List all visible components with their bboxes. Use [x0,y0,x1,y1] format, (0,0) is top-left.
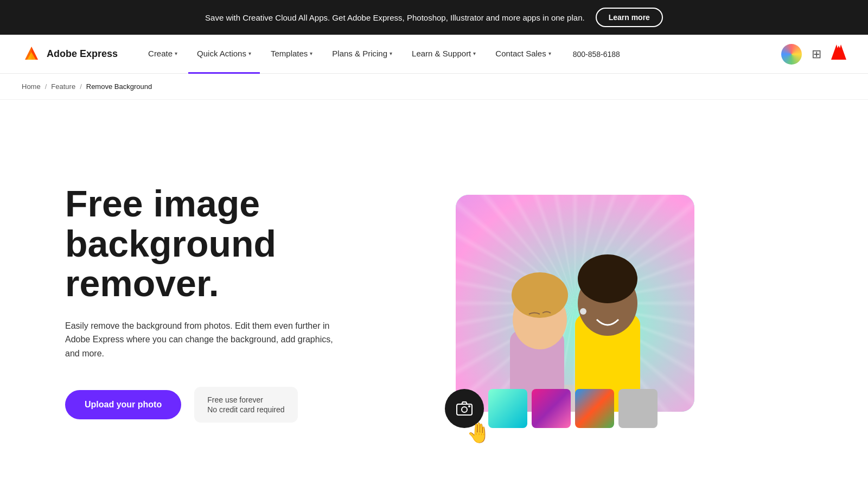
hero-actions: Upload your photo Free use forever No cr… [65,387,401,423]
thumbnail-strip [488,389,658,428]
nav-templates[interactable]: Templates ▾ [262,35,321,74]
logo-text: Adobe Express [47,48,118,60]
top-banner: Save with Creative Cloud All Apps. Get A… [0,0,868,35]
logo-link[interactable]: Adobe Express [22,44,118,64]
hero-description: Easily remove the background from photos… [65,319,336,361]
avatar[interactable] [781,44,802,65]
thumb-2[interactable] [532,389,571,428]
thumb-4[interactable] [618,389,658,428]
hero-left: Free image background remover. Easily re… [65,184,401,422]
image-container: 🤚 [456,195,694,412]
nav-plans[interactable]: Plans & Pricing ▾ [323,35,401,74]
breadcrumb-feature[interactable]: Feature [51,82,75,91]
upload-photo-button[interactable]: Upload your photo [65,390,181,419]
breadcrumb: Home / Feature / Remove Background [0,74,868,100]
nav-phone: 800-858-6188 [573,50,620,59]
hero-right: 🤚 [434,195,716,412]
nav-right: ⊞ [781,44,846,65]
learn-more-button[interactable]: Learn more [596,8,663,27]
adobe-logo-icon[interactable] [831,44,846,63]
create-chevron-icon: ▾ [175,50,177,56]
quick-actions-chevron-icon: ▾ [248,50,251,56]
thumb-1[interactable] [488,389,527,428]
nav-items: Create ▾ Quick Actions ▾ Templates ▾ Pla… [139,35,781,74]
thumb-3[interactable] [575,389,614,428]
svg-point-13 [512,272,568,318]
svg-point-16 [462,407,467,412]
banner-text: Save with Creative Cloud All Apps. Get A… [205,13,585,22]
nav-contact-sales[interactable]: Contact Sales ▾ [487,35,559,74]
grid-icon[interactable]: ⊞ [812,47,821,61]
breadcrumb-home[interactable]: Home [22,82,41,91]
free-use-line-2: No credit card required [207,405,284,414]
breadcrumb-current: Remove Background [86,82,152,91]
people-illustration [456,195,694,412]
learn-support-chevron-icon: ▾ [473,50,476,56]
demo-image [456,195,694,412]
svg-point-10 [578,254,637,303]
navbar: Adobe Express Create ▾ Quick Actions ▾ T… [0,35,868,74]
nav-learn-support[interactable]: Learn & Support ▾ [403,35,484,74]
free-use-box: Free use forever No credit card required [194,387,297,423]
nav-create[interactable]: Create ▾ [139,35,186,74]
svg-point-17 [468,405,470,407]
breadcrumb-sep-2: / [80,82,82,91]
camera-icon [456,400,473,417]
templates-chevron-icon: ▾ [310,50,312,56]
adobe-express-logo-icon [22,44,41,64]
contact-sales-chevron-icon: ▾ [548,50,551,56]
hero-section: Free image background remover. Easily re… [0,100,868,498]
plans-chevron-icon: ▾ [390,50,392,56]
svg-point-14 [580,308,586,315]
nav-quick-actions[interactable]: Quick Actions ▾ [188,35,260,74]
free-use-line-1: Free use forever [207,395,284,404]
hero-title: Free image background remover. [65,184,401,303]
cursor-hand-icon: 🤚 [467,422,491,444]
breadcrumb-sep-1: / [45,82,47,91]
